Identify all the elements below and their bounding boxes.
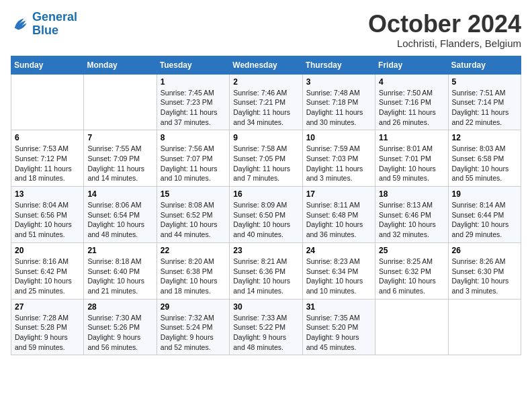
day-number: 24 (306, 246, 371, 255)
cell-content: Sunrise: 8:01 AM Sunset: 7:01 PM Dayligh… (379, 144, 444, 183)
day-number: 18 (379, 189, 444, 199)
cell-content: Sunrise: 8:20 AM Sunset: 6:38 PM Dayligh… (161, 257, 226, 296)
day-number: 31 (306, 302, 371, 312)
day-number: 2 (233, 77, 298, 87)
day-number: 17 (306, 189, 371, 199)
cell-content: Sunrise: 8:06 AM Sunset: 6:54 PM Dayligh… (87, 200, 152, 240)
calendar-cell: 29Sunrise: 7:32 AM Sunset: 5:24 PM Dayli… (157, 299, 229, 355)
calendar-cell: 5Sunrise: 7:51 AM Sunset: 7:14 PM Daylig… (448, 74, 521, 130)
cell-content: Sunrise: 7:45 AM Sunset: 7:23 PM Dayligh… (161, 88, 226, 128)
calendar-week-row: 20Sunrise: 8:16 AM Sunset: 6:42 PM Dayli… (11, 242, 521, 299)
day-number: 6 (15, 133, 80, 142)
calendar-cell: 23Sunrise: 8:21 AM Sunset: 6:36 PM Dayli… (230, 242, 302, 299)
logo-text: General Blue (32, 11, 77, 38)
calendar-cell: 21Sunrise: 8:18 AM Sunset: 6:40 PM Dayli… (84, 242, 157, 299)
cell-content: Sunrise: 8:03 AM Sunset: 6:58 PM Dayligh… (452, 144, 517, 183)
calendar-cell: 9Sunrise: 7:58 AM Sunset: 7:05 PM Daylig… (230, 130, 302, 187)
calendar-cell: 6Sunrise: 7:53 AM Sunset: 7:12 PM Daylig… (11, 130, 84, 187)
logo: General Blue (11, 11, 77, 38)
cell-content: Sunrise: 8:11 AM Sunset: 6:48 PM Dayligh… (306, 200, 371, 240)
day-number: 8 (161, 133, 226, 142)
calendar-cell: 26Sunrise: 8:26 AM Sunset: 6:30 PM Dayli… (448, 242, 521, 299)
day-of-week-header: Monday (84, 56, 157, 74)
calendar-cell: 18Sunrise: 8:13 AM Sunset: 6:46 PM Dayli… (375, 187, 448, 243)
cell-content: Sunrise: 7:48 AM Sunset: 7:18 PM Dayligh… (306, 88, 371, 128)
calendar-header-row: SundayMondayTuesdayWednesdayThursdayFrid… (11, 56, 521, 74)
cell-content: Sunrise: 7:28 AM Sunset: 5:28 PM Dayligh… (15, 313, 80, 353)
day-number: 9 (233, 133, 298, 142)
calendar-cell: 22Sunrise: 8:20 AM Sunset: 6:38 PM Dayli… (157, 242, 229, 299)
cell-content: Sunrise: 8:13 AM Sunset: 6:46 PM Dayligh… (379, 200, 444, 240)
cell-content: Sunrise: 7:58 AM Sunset: 7:05 PM Dayligh… (233, 144, 298, 183)
cell-content: Sunrise: 7:50 AM Sunset: 7:16 PM Dayligh… (379, 88, 444, 128)
day-number: 26 (452, 246, 517, 255)
cell-content: Sunrise: 8:09 AM Sunset: 6:50 PM Dayligh… (233, 200, 298, 240)
page-header: General Blue October 2024 Lochristi, Fla… (11, 11, 521, 49)
day-of-week-header: Tuesday (157, 56, 229, 74)
day-number: 7 (87, 133, 152, 142)
cell-content: Sunrise: 7:35 AM Sunset: 5:20 PM Dayligh… (306, 313, 371, 353)
cell-content: Sunrise: 7:33 AM Sunset: 5:22 PM Dayligh… (233, 313, 298, 353)
calendar-cell (448, 299, 521, 355)
cell-content: Sunrise: 7:51 AM Sunset: 7:14 PM Dayligh… (452, 88, 517, 128)
calendar-cell: 28Sunrise: 7:30 AM Sunset: 5:26 PM Dayli… (84, 299, 157, 355)
day-number: 28 (87, 302, 152, 312)
calendar-cell: 30Sunrise: 7:33 AM Sunset: 5:22 PM Dayli… (230, 299, 302, 355)
day-number: 29 (161, 302, 226, 312)
calendar-cell: 3Sunrise: 7:48 AM Sunset: 7:18 PM Daylig… (302, 74, 375, 130)
day-of-week-header: Thursday (302, 56, 375, 74)
day-number: 16 (233, 189, 298, 199)
calendar-week-row: 13Sunrise: 8:04 AM Sunset: 6:56 PM Dayli… (11, 187, 521, 243)
day-number: 12 (452, 133, 517, 142)
day-number: 21 (87, 246, 152, 255)
calendar-cell: 16Sunrise: 8:09 AM Sunset: 6:50 PM Dayli… (230, 187, 302, 243)
day-number: 4 (379, 77, 444, 87)
calendar-cell: 4Sunrise: 7:50 AM Sunset: 7:16 PM Daylig… (375, 74, 448, 130)
calendar-cell: 25Sunrise: 8:25 AM Sunset: 6:32 PM Dayli… (375, 242, 448, 299)
day-number: 25 (379, 246, 444, 255)
day-number: 5 (452, 77, 517, 87)
calendar-cell (375, 299, 448, 355)
calendar-cell: 27Sunrise: 7:28 AM Sunset: 5:28 PM Dayli… (11, 299, 84, 355)
day-number: 3 (306, 77, 371, 87)
calendar-week-row: 6Sunrise: 7:53 AM Sunset: 7:12 PM Daylig… (11, 130, 521, 187)
cell-content: Sunrise: 8:23 AM Sunset: 6:34 PM Dayligh… (306, 257, 371, 296)
day-number: 22 (161, 246, 226, 255)
cell-content: Sunrise: 7:56 AM Sunset: 7:07 PM Dayligh… (161, 144, 226, 183)
cell-content: Sunrise: 8:14 AM Sunset: 6:44 PM Dayligh… (452, 200, 517, 240)
cell-content: Sunrise: 7:30 AM Sunset: 5:26 PM Dayligh… (87, 313, 152, 353)
day-of-week-header: Sunday (11, 56, 84, 74)
cell-content: Sunrise: 8:08 AM Sunset: 6:52 PM Dayligh… (161, 200, 226, 240)
title-block: October 2024 Lochristi, Flanders, Belgiu… (368, 11, 521, 49)
calendar-cell: 14Sunrise: 8:06 AM Sunset: 6:54 PM Dayli… (84, 187, 157, 243)
cell-content: Sunrise: 8:26 AM Sunset: 6:30 PM Dayligh… (452, 257, 517, 296)
calendar-cell: 12Sunrise: 8:03 AM Sunset: 6:58 PM Dayli… (448, 130, 521, 187)
calendar-cell: 13Sunrise: 8:04 AM Sunset: 6:56 PM Dayli… (11, 187, 84, 243)
calendar-cell: 17Sunrise: 8:11 AM Sunset: 6:48 PM Dayli… (302, 187, 375, 243)
day-number: 23 (233, 246, 298, 255)
calendar-cell (84, 74, 157, 130)
calendar-week-row: 27Sunrise: 7:28 AM Sunset: 5:28 PM Dayli… (11, 299, 521, 355)
calendar-cell: 31Sunrise: 7:35 AM Sunset: 5:20 PM Dayli… (302, 299, 375, 355)
day-number: 1 (161, 77, 226, 87)
cell-content: Sunrise: 8:16 AM Sunset: 6:42 PM Dayligh… (15, 257, 80, 296)
cell-content: Sunrise: 7:53 AM Sunset: 7:12 PM Dayligh… (15, 144, 80, 183)
day-number: 10 (306, 133, 371, 142)
cell-content: Sunrise: 8:18 AM Sunset: 6:40 PM Dayligh… (87, 257, 152, 296)
month-title: October 2024 (368, 11, 521, 38)
day-of-week-header: Wednesday (230, 56, 302, 74)
cell-content: Sunrise: 7:32 AM Sunset: 5:24 PM Dayligh… (161, 313, 226, 353)
day-number: 27 (15, 302, 80, 312)
calendar-cell: 24Sunrise: 8:23 AM Sunset: 6:34 PM Dayli… (302, 242, 375, 299)
calendar-cell: 15Sunrise: 8:08 AM Sunset: 6:52 PM Dayli… (157, 187, 229, 243)
location: Lochristi, Flanders, Belgium (368, 38, 521, 49)
day-of-week-header: Friday (375, 56, 448, 74)
calendar-cell: 19Sunrise: 8:14 AM Sunset: 6:44 PM Dayli… (448, 187, 521, 243)
calendar-cell: 7Sunrise: 7:55 AM Sunset: 7:09 PM Daylig… (84, 130, 157, 187)
day-of-week-header: Saturday (448, 56, 521, 74)
day-number: 15 (161, 189, 226, 199)
day-number: 11 (379, 133, 444, 142)
day-number: 20 (15, 246, 80, 255)
calendar-cell: 2Sunrise: 7:46 AM Sunset: 7:21 PM Daylig… (230, 74, 302, 130)
calendar-cell: 8Sunrise: 7:56 AM Sunset: 7:07 PM Daylig… (157, 130, 229, 187)
